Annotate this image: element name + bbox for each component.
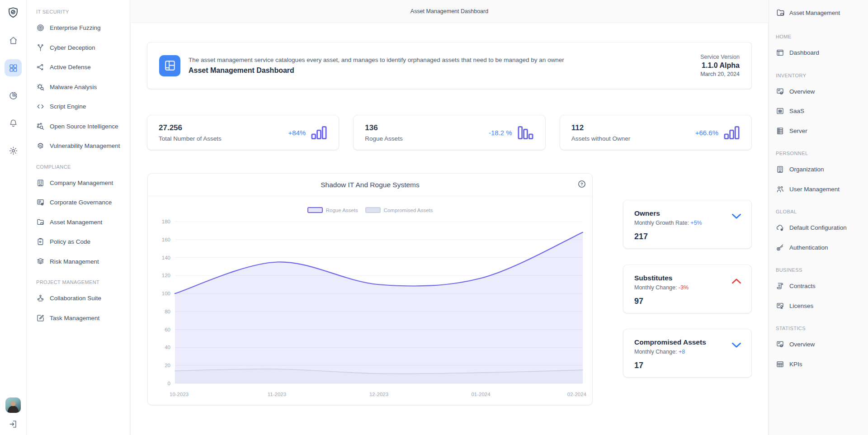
legend-item-compromised-assets[interactable]: Compromised Assets [365,207,433,213]
bug-search-icon [36,83,45,91]
summary-title: Owners [634,209,741,218]
code-icon [36,102,45,111]
summary-value: 17 [634,361,741,370]
rsidebar-item-licenses[interactable]: Licenses [776,296,865,316]
item-label: Corporate Governance [50,199,112,206]
item-label: Collaboration Suite [50,295,101,302]
sidebar-section-compliance: Company ManagementCorporate GovernanceAs… [36,173,126,272]
item-label: Default Configuration [789,224,847,231]
legend-item-rogue-assets[interactable]: Rogue Assets [307,207,358,213]
icon-rail [0,0,27,435]
stat-right: +84% [288,125,328,140]
table-icon [776,360,784,369]
bars-descending-icon [517,125,534,140]
rsidebar-item-kpis[interactable]: KPIs [776,355,865,374]
summary-change: -3% [679,284,689,291]
stat-value: 136 [365,123,402,132]
sidebar-item-corporate-governance[interactable]: Corporate Governance [36,193,126,213]
item-label: Risk Management [50,258,99,265]
rail-item-settings[interactable] [5,142,22,159]
sidebar-item-policy-as-code[interactable]: Policy as Code [36,232,126,252]
rail-item-analytics[interactable] [5,87,22,104]
rsidebar-item-dashboard[interactable]: Dashboard [776,43,865,63]
app-logo[interactable] [5,4,22,21]
server-rows-icon [776,127,784,135]
sidebar-item-script-engine[interactable]: Script Engine [36,97,126,117]
rsidebar-item-contracts[interactable]: Contracts [776,276,865,296]
org-people-icon [36,294,45,303]
stat-left: 112 Assets without Owner [571,123,631,142]
sidebar-item-vulnerability-management[interactable]: Vulnerability Management [36,136,126,156]
rsidebar-item-server[interactable]: Server [776,121,865,141]
shadow-it-chart[interactable]: 02040608010012014016018010-202311-202312… [153,219,587,401]
rail-item-apps[interactable] [5,59,22,76]
rail-item-home[interactable] [5,32,22,49]
right-sidebar-header[interactable]: Asset Management [776,8,865,18]
sidebar-item-risk-management[interactable]: Risk Management [36,252,126,272]
stat-card-assets-without-owner[interactable]: 112 Assets without Owner +66.6% [560,115,752,150]
stat-card-rogue-assets[interactable]: 136 Rogue Assets -18.2 % [353,115,545,150]
sidebar-item-enterprise-fuzzing[interactable]: Enterprise Fuzzing [36,18,126,38]
rsidebar-item-overview[interactable]: Overview [776,82,865,102]
stat-label: Rogue Assets [365,135,402,142]
stat-change: +84% [288,129,306,137]
rsidebar-item-overview[interactable]: Overview [776,335,865,355]
rsidebar-item-default-configuration[interactable]: Default Configuration [776,218,865,238]
pie-chart-icon [9,91,18,100]
sidebar-item-active-defense[interactable]: Active Defense [36,57,126,77]
rsidebar-section-business: ContractsLicenses [776,276,865,316]
summary-subtitle: Monthly Growth Rate: +5% [634,220,741,226]
sidebar-item-collaboration-suite[interactable]: Collaboration Suite [36,288,126,308]
stat-card-total-number-of-assets[interactable]: 27.256 Total Number of Assets +84% [147,115,339,150]
clipboard-arrow-icon [36,237,45,246]
chevron-up-icon [731,276,742,285]
item-label: SaaS [789,108,804,114]
svg-text:11-2023: 11-2023 [268,392,286,397]
legend-label: Rogue Assets [326,208,358,213]
rsidebar-item-organization[interactable]: Organization [776,160,865,180]
chevron-down-icon [731,212,742,221]
summary-change: +8 [679,349,685,355]
sidebar-item-task-management[interactable]: Task Management [36,308,126,328]
stat-label: Assets without Owner [571,135,631,142]
item-label: Malware Analysis [50,84,97,90]
sidebar-section-label-project-management: PROJECT MANAGEMENT [36,279,126,285]
rsidebar-section-label-personnel: PERSONNEL [776,151,865,156]
stat-right: +66.6% [695,125,740,140]
bell-icon [9,118,18,128]
svg-text:0: 0 [168,381,170,386]
stat-left: 136 Rogue Assets [365,123,402,142]
sidebar-item-asset-management[interactable]: Asset Management [36,213,126,232]
summary-toggle[interactable] [731,340,742,350]
summary-toggle[interactable] [731,276,742,285]
sidebar-item-cyber-deception[interactable]: Cyber Deception [36,38,126,58]
help-button[interactable]: ? [577,180,586,189]
certificate-icon [776,302,784,310]
item-label: Asset Management [50,219,102,226]
svg-text:02-2024: 02-2024 [567,392,587,397]
sidebar-item-malware-analysis[interactable]: Malware Analysis [36,77,126,97]
sidebar-item-company-management[interactable]: Company Management [36,173,126,193]
rsidebar-section-label-business: BUSINESS [776,267,865,273]
gear-icon [9,146,18,156]
user-avatar[interactable] [5,397,21,413]
scroll-icon [776,282,784,290]
rsidebar-item-saas[interactable]: SaaS [776,101,865,121]
svg-text:60: 60 [165,327,170,332]
summary-toggle[interactable] [731,212,742,221]
svg-text:160: 160 [162,237,170,242]
grid-icon [9,63,18,73]
item-label: Overview [789,341,815,348]
rsidebar-item-user-management[interactable]: User Management [776,180,865,199]
svg-text:180: 180 [162,219,170,224]
list-gear-icon [36,198,45,207]
svg-text:100: 100 [162,291,170,296]
summary-change: +5% [690,220,702,226]
layers-eye-icon [36,257,45,266]
folder-box-icon [776,8,785,18]
sidebar-item-open-source-intelligence[interactable]: Open Source Intelligence [36,117,126,137]
logout-button[interactable] [5,416,21,432]
summary-card-substitutes: Substitutes Monthly Change: -3% 97 [623,265,752,313]
rsidebar-item-authentication[interactable]: Authentication [776,238,865,258]
rail-item-notifications[interactable] [5,114,22,132]
